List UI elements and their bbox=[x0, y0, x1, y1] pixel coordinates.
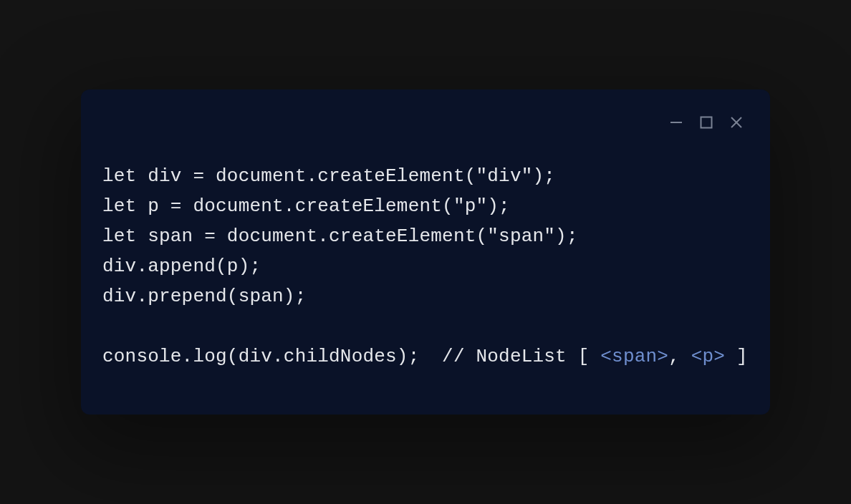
code-token: let p = document.createElement("p"); bbox=[102, 195, 510, 217]
code-line: div.append(p); bbox=[102, 251, 749, 281]
code-token-tag: <span> bbox=[600, 346, 668, 367]
code-token-tag: <p> bbox=[691, 346, 725, 367]
code-token: ] bbox=[725, 346, 748, 367]
code-editor-window: let div = document.createElement("div");… bbox=[81, 89, 770, 415]
code-line: div.prepend(span); bbox=[102, 281, 749, 311]
code-token: div.prepend(span); bbox=[102, 286, 306, 307]
code-token: let div = document.createElement("div"); bbox=[102, 165, 555, 187]
code-token: let span = document.createElement("span"… bbox=[102, 226, 578, 247]
code-line: let span = document.createElement("span"… bbox=[102, 221, 749, 251]
minimize-icon[interactable] bbox=[668, 115, 684, 130]
code-line: let p = document.createElement("p"); bbox=[102, 191, 749, 221]
code-token: console.log(div.childNodes); // NodeList… bbox=[102, 346, 600, 367]
close-icon[interactable] bbox=[729, 115, 744, 130]
code-token: , bbox=[668, 346, 691, 367]
svg-rect-1 bbox=[701, 117, 712, 127]
code-line bbox=[102, 311, 749, 341]
code-line: console.log(div.childNodes); // NodeList… bbox=[102, 341, 749, 372]
maximize-icon[interactable] bbox=[698, 115, 714, 130]
code-token: div.append(p); bbox=[102, 256, 261, 277]
code-content[interactable]: let div = document.createElement("div");… bbox=[102, 161, 749, 372]
code-line: let div = document.createElement("div"); bbox=[102, 161, 749, 191]
window-titlebar bbox=[102, 111, 749, 134]
